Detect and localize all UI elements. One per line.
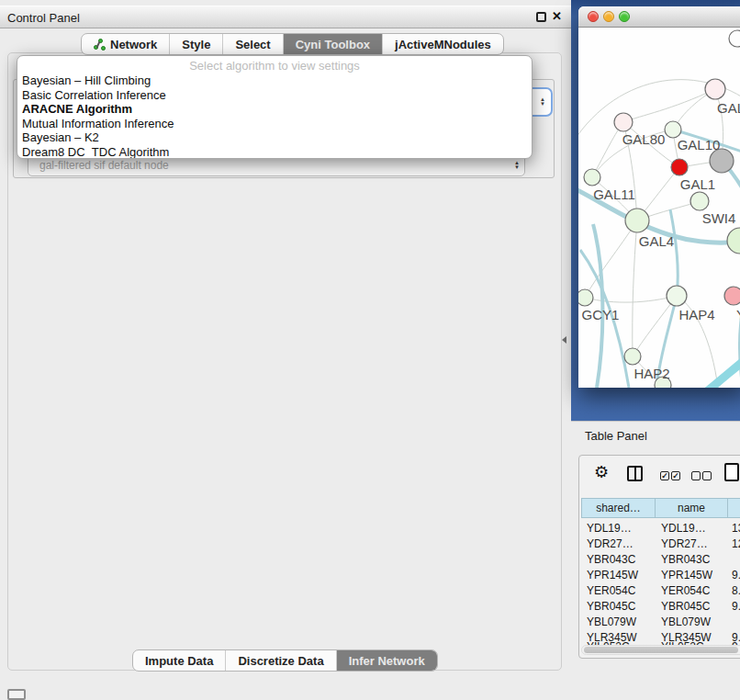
select-all-icon[interactable]: ✓: [671, 471, 680, 480]
algorithm-dropdown-popup: Select algorithm to view settings Bayesi…: [17, 55, 533, 159]
algorithm-option[interactable]: Bayesian – K2: [17, 130, 532, 145]
node-label: SWI4: [702, 210, 736, 226]
node-pink[interactable]: [724, 287, 740, 305]
zoom-traffic-light-icon[interactable]: [619, 11, 630, 22]
table-cell[interactable]: YBL079W: [661, 615, 711, 628]
table-cell[interactable]: YDL19…: [661, 522, 706, 535]
table-cell[interactable]: YDR27…: [661, 537, 708, 550]
table-cell[interactable]: 9.: [732, 569, 740, 581]
node-gal1[interactable]: [690, 192, 709, 210]
table-panel: ⚙ ✓ ✓ shared… name A YDL19… YDL19… 13 YD…: [578, 455, 740, 659]
table-cell[interactable]: YBR043C: [661, 553, 710, 566]
algorithm-option-selected[interactable]: ARACNE Algorithm: [17, 102, 532, 117]
column-header-name[interactable]: name: [655, 498, 728, 518]
splitter-handle-icon[interactable]: [562, 336, 566, 344]
deselect-all-icon[interactable]: [702, 471, 712, 480]
combo-stepper-icon: ▲▼: [540, 89, 545, 115]
node-gcy1[interactable]: [578, 289, 593, 306]
network-view-window: GAL GAL80 GAL10 GAL11 GAL1 SWI4 GAL4 GCY…: [578, 6, 740, 388]
node-gal2[interactable]: [705, 79, 725, 99]
network-icon: [94, 39, 106, 51]
tab-impute-data[interactable]: Impute Data: [133, 650, 225, 671]
table-cell[interactable]: 9.: [732, 600, 740, 613]
node-hap4[interactable]: [667, 286, 687, 306]
table-panel-section: Table Panel ⚙ ✓ ✓ shared… name A YDL19… …: [571, 421, 740, 700]
table-cell[interactable]: YPR145W: [587, 569, 638, 581]
table-cell[interactable]: YER054C: [587, 584, 635, 597]
node-label: HAP4: [678, 307, 714, 322]
network-window-titlebar[interactable]: [578, 6, 740, 28]
app-root: Control Panel ✕ Network Style Select Cyn…: [0, 0, 740, 700]
node-swi4[interactable]: [727, 228, 740, 254]
table-cell[interactable]: YBR045C: [661, 600, 710, 613]
tab-discretize-data[interactable]: Discretize Data: [225, 650, 335, 671]
popup-placeholder: Select algorithm to view settings: [17, 56, 532, 73]
network-canvas[interactable]: GAL GAL80 GAL10 GAL11 GAL1 SWI4 GAL4 GCY…: [578, 28, 740, 388]
node-label: Y: [736, 307, 740, 322]
control-panel-titlebar: Control Panel ✕: [0, 6, 571, 28]
node-label: GCY1: [582, 307, 620, 322]
export-table-icon[interactable]: [724, 463, 739, 481]
table-cell[interactable]: YBR045C: [587, 600, 635, 613]
control-panel-tabbar: Network Style Select Cyni Toolbox jActiv…: [81, 33, 504, 55]
bottom-tabbar: Impute Data Discretize Data Infer Networ…: [132, 649, 438, 672]
node-gal4[interactable]: [625, 209, 649, 232]
table-cell[interactable]: YER054C: [661, 584, 710, 597]
table-cell[interactable]: 8.: [732, 584, 740, 597]
table-cell[interactable]: 12: [732, 537, 740, 550]
algorithm-option[interactable]: Bayesian – Hill Climbing: [17, 73, 532, 88]
collapsed-panel-icon[interactable]: [7, 689, 26, 700]
node-label: HAP2: [633, 366, 669, 381]
close-icon[interactable]: ✕: [552, 9, 562, 23]
tab-select[interactable]: Select: [222, 34, 282, 54]
node-hap2[interactable]: [624, 348, 641, 365]
column-header-shared[interactable]: shared…: [581, 498, 656, 518]
algorithm-option[interactable]: Basic Correlation Inference: [17, 88, 532, 103]
node-red[interactable]: [671, 159, 688, 175]
tab-infer-network[interactable]: Infer Network: [336, 650, 437, 671]
tab-jactivemnodules[interactable]: jActiveMNodules: [382, 34, 503, 54]
deselect-all-icon[interactable]: [691, 471, 701, 480]
node-label: GAL4: [639, 233, 674, 249]
table-cell[interactable]: 13: [732, 522, 740, 535]
table-cell[interactable]: YDL19…: [587, 522, 632, 535]
tab-network[interactable]: Network: [82, 34, 169, 54]
table-horizontal-scrollbar[interactable]: [581, 645, 740, 655]
node-label: GAL1: [680, 176, 715, 192]
node-label: GAL80: [622, 131, 666, 147]
minimize-traffic-light-icon[interactable]: [603, 11, 614, 22]
column-header-partial[interactable]: A: [727, 498, 740, 518]
table-panel-title: Table Panel: [585, 429, 647, 443]
tab-cyni-toolbox[interactable]: Cyni Toolbox: [283, 34, 382, 54]
node-label: GAL11: [593, 186, 635, 202]
algorithm-option[interactable]: Mutual Information Inference: [17, 117, 532, 131]
column-view-icon[interactable]: [627, 466, 643, 481]
scrollbar-thumb[interactable]: [584, 647, 738, 653]
control-panel-title: Control Panel: [7, 11, 80, 25]
node-gal10[interactable]: [665, 121, 681, 138]
table-cell[interactable]: YPR145W: [661, 569, 712, 581]
table-cell[interactable]: YBL079W: [587, 615, 636, 628]
network-graph: GAL GAL80 GAL10 GAL11 GAL1 SWI4 GAL4 GCY…: [578, 28, 740, 388]
node-label: GAL10: [678, 137, 721, 152]
algorithm-option[interactable]: Dream8 DC_TDC Algorithm: [17, 145, 532, 160]
table-cell[interactable]: YBR043C: [587, 553, 635, 566]
node-gal80[interactable]: [614, 113, 633, 131]
tab-label: Network: [110, 38, 157, 51]
network-selector-value: gal-filtered sif default node: [39, 159, 169, 172]
float-window-icon[interactable]: [536, 12, 546, 22]
close-traffic-light-icon[interactable]: [588, 11, 599, 22]
node-label: GAL: [717, 100, 740, 116]
node[interactable]: [729, 30, 740, 47]
table-cell[interactable]: YDR27…: [587, 537, 633, 550]
gear-icon[interactable]: ⚙: [594, 462, 609, 482]
tab-style[interactable]: Style: [169, 34, 222, 54]
select-all-icon[interactable]: ✓: [660, 471, 669, 480]
node-gal11[interactable]: [584, 169, 600, 186]
